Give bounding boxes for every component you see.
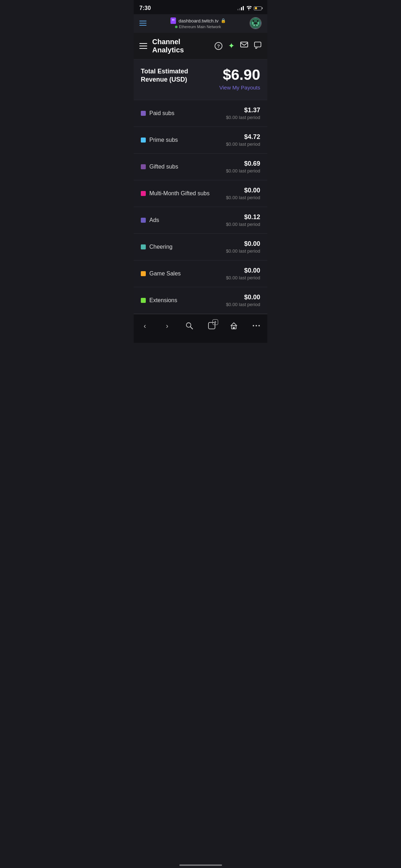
browser-url-text: dashboard.twitch.tv (179, 18, 219, 24)
item-amount: $0.00 (244, 187, 260, 194)
item-last-period: $0.00 last period (226, 222, 260, 227)
svg-rect-13 (253, 25, 255, 26)
home-icon (230, 322, 238, 330)
item-name: Extensions (149, 297, 177, 304)
item-last-period: $0.00 last period (226, 168, 260, 174)
signal-icon (237, 6, 244, 10)
inbox-icon[interactable] (240, 42, 248, 51)
item-color-dot (141, 164, 146, 169)
item-right: $0.00 $0.00 last period (226, 240, 260, 254)
revenue-item[interactable]: Game Sales $0.00 $0.00 last period (134, 260, 267, 287)
svg-line-18 (190, 327, 192, 329)
item-left: Extensions (141, 297, 177, 304)
help-label: ? (217, 43, 220, 49)
item-color-dot (141, 138, 146, 143)
revenue-section: Total Estimated Revenue (USD) $6.90 View… (134, 60, 267, 100)
revenue-item[interactable]: Prime subs $4.72 $0.00 last period (134, 127, 267, 154)
svg-rect-12 (258, 22, 259, 25)
item-color-dot (141, 191, 146, 196)
item-name: Gifted subs (149, 164, 178, 170)
app-header: Channel Analytics ? ✦ (134, 33, 267, 60)
more-icon (252, 324, 260, 327)
svg-rect-8 (253, 20, 254, 22)
browser-bar: dashboard.twitch.tv 🔒 Ethereum Main Netw… (134, 14, 267, 33)
revenue-right: $6.90 View My Payouts (219, 67, 260, 91)
svg-point-23 (256, 325, 257, 326)
item-last-period: $0.00 last period (226, 195, 260, 200)
item-right: $0.00 $0.00 last period (226, 294, 260, 307)
tab-count-badge: 3 (212, 319, 218, 325)
view-payouts-link[interactable]: View My Payouts (219, 84, 260, 91)
revenue-items-list: Paid subs $1.37 $0.00 last period Prime … (134, 100, 267, 314)
nav-tabs-button[interactable]: 3 (204, 318, 220, 334)
revenue-label: Total Estimated Revenue (USD) (141, 67, 205, 84)
svg-point-24 (258, 325, 260, 326)
item-amount: $4.72 (244, 133, 260, 141)
item-right: $1.37 $0.00 last period (226, 107, 260, 120)
svg-rect-21 (233, 327, 235, 329)
item-left: Multi-Month Gifted subs (141, 190, 210, 197)
item-color-dot (141, 298, 146, 303)
revenue-item[interactable]: Paid subs $1.37 $0.00 last period (134, 100, 267, 127)
svg-rect-15 (241, 42, 248, 47)
nav-search-button[interactable] (181, 318, 197, 334)
browser-menu-icon[interactable] (139, 21, 146, 26)
revenue-item[interactable]: Ads $0.12 $0.00 last period (134, 207, 267, 234)
battery-icon (254, 6, 262, 10)
nav-home-button[interactable] (226, 318, 242, 334)
tab-count: 3 (214, 320, 216, 324)
nav-back-button[interactable]: ‹ (137, 318, 153, 334)
item-last-period: $0.00 last period (226, 302, 260, 307)
revenue-item[interactable]: Multi-Month Gifted subs $0.00 $0.00 last… (134, 180, 267, 207)
item-last-period: $0.00 last period (226, 141, 260, 147)
item-amount: $0.00 (244, 294, 260, 301)
sidebar-menu-button[interactable] (139, 43, 147, 49)
revenue-item[interactable]: Extensions $0.00 $0.00 last period (134, 287, 267, 314)
item-right: $4.72 $0.00 last period (226, 133, 260, 147)
item-left: Ads (141, 217, 159, 223)
search-icon (185, 322, 193, 330)
svg-rect-10 (254, 22, 257, 24)
nav-forward-button[interactable]: › (159, 318, 175, 334)
network-label: Ethereum Main Network (179, 25, 221, 29)
svg-rect-11 (252, 22, 253, 25)
item-name: Multi-Month Gifted subs (149, 190, 210, 197)
twitch-logo (170, 17, 176, 24)
item-last-period: $0.00 last period (226, 248, 260, 254)
item-left: Prime subs (141, 137, 178, 143)
browser-avatar[interactable] (250, 17, 262, 29)
item-name: Cheering (149, 244, 173, 250)
item-color-dot (141, 111, 146, 116)
status-bar: 7:30 (134, 0, 267, 14)
item-name: Paid subs (149, 110, 174, 117)
item-right: $0.00 $0.00 last period (226, 267, 260, 280)
item-name: Ads (149, 217, 159, 223)
network-status-dot (175, 26, 178, 28)
item-left: Cheering (141, 244, 173, 250)
browser-address[interactable]: dashboard.twitch.tv 🔒 Ethereum Main Netw… (150, 17, 246, 29)
svg-point-0 (248, 10, 249, 10)
item-left: Gifted subs (141, 164, 178, 170)
item-last-period: $0.00 last period (226, 115, 260, 120)
sparkle-icon[interactable]: ✦ (228, 41, 235, 51)
item-amount: $1.37 (244, 107, 260, 114)
svg-rect-4 (171, 18, 175, 22)
item-left: Paid subs (141, 110, 174, 117)
svg-rect-5 (172, 19, 173, 21)
revenue-item[interactable]: Gifted subs $0.69 $0.00 last period (134, 154, 267, 180)
item-color-dot (141, 218, 146, 223)
item-amount: $0.00 (244, 267, 260, 274)
header-icons: ? ✦ (215, 41, 262, 51)
item-right: $0.69 $0.00 last period (226, 160, 260, 174)
bottom-nav: ‹ › 3 (134, 314, 267, 343)
item-name: Prime subs (149, 137, 178, 143)
chat-icon[interactable] (254, 42, 262, 51)
help-button[interactable]: ? (215, 42, 222, 50)
svg-rect-6 (174, 19, 174, 21)
revenue-item[interactable]: Cheering $0.00 $0.00 last period (134, 234, 267, 260)
svg-rect-14 (256, 25, 258, 26)
nav-more-button[interactable] (248, 318, 264, 334)
network-row: Ethereum Main Network (175, 25, 221, 29)
svg-rect-16 (255, 42, 261, 47)
item-color-dot (141, 244, 146, 249)
